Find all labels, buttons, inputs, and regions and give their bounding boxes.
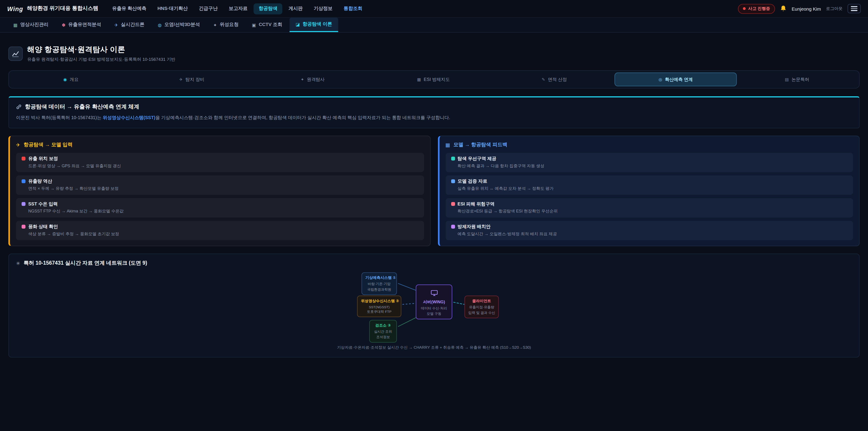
nav-item-board[interactable]: 게시판 bbox=[283, 3, 308, 14]
network-heading-text: 특허 10-1567431 실시간 자료 연계 네트워크 (도면 9) bbox=[24, 260, 147, 267]
node-line: 유출지점·유출량 bbox=[468, 305, 495, 310]
page-subtitle: 유출유 원격탐지·항공감시 기법·ESI 방제정보지도·등록특허 10-1567… bbox=[27, 57, 176, 63]
node-line: 조석정보 bbox=[373, 335, 393, 340]
wing-logo: Wing bbox=[7, 5, 23, 12]
tab-satellite-request[interactable]: ✦ 위성요청 bbox=[207, 18, 245, 32]
pill-overview[interactable]: ◉ 개요 bbox=[11, 72, 131, 86]
app-root: Wing 해양환경 위기대응 통합시스템 유출유 확산예측 HNS·대기확산 긴… bbox=[0, 0, 868, 431]
linkage-text-pre: 이문진 박사 특허(등록특허 10-1567431)는 bbox=[16, 115, 103, 120]
bell-icon[interactable] bbox=[780, 5, 786, 12]
pill-prediction-linkage[interactable]: ◎ 확산예측 연계 bbox=[615, 72, 737, 86]
incident-badge-label: 사고 진행중 bbox=[748, 6, 770, 11]
map-icon: ▦ bbox=[445, 142, 450, 148]
tab-aerial-theory[interactable]: ◪ 항공탐색 이론 bbox=[289, 18, 338, 32]
pill-label: 확산예측 연계 bbox=[665, 76, 693, 83]
pin-icon bbox=[22, 157, 26, 161]
page-header: 해양 항공탐색·원격탐사 이론 유출유 원격탐지·항공감시 기법·ESI 방제정… bbox=[8, 45, 860, 62]
nav-item-weather-info[interactable]: 기상정보 bbox=[309, 3, 338, 14]
resources-icon bbox=[451, 225, 455, 229]
chart-icon bbox=[451, 180, 455, 183]
tab-cctv[interactable]: ▣ CCTV 조회 bbox=[246, 18, 288, 32]
hamburger-menu-button[interactable] bbox=[847, 4, 861, 13]
tab-label: CCTV 조회 bbox=[259, 22, 282, 28]
network-caption: 기상자료·수온자료·조석정보 실시간 수신 → CHARRY 조류 + 취송류 … bbox=[16, 345, 852, 350]
node-line: 토호쿠대학 FTP bbox=[361, 310, 398, 315]
tab-realtime-drone[interactable]: ✈ 실시간드론 bbox=[108, 18, 151, 32]
nav-item-rescue[interactable]: 긴급구난 bbox=[194, 3, 223, 14]
node-weather-system: 기상예측시스템 ① 바람·기온·기압 국립환경과학원 bbox=[362, 273, 397, 295]
tab-pollution-3d[interactable]: ◍ 오염/선박3D분석 bbox=[152, 18, 206, 32]
pill-area-calculation[interactable]: ✎ 면적 산정 bbox=[494, 72, 615, 86]
main-nav: 유출유 확산예측 HNS·대기확산 긴급구난 보고자료 항공탐색 게시판 기상정… bbox=[107, 3, 367, 14]
pill-detection-equipment[interactable]: ✈ 탐지 장비 bbox=[131, 72, 252, 86]
item-desc: 확산 예측 결과 → 다음 항차 집중구역 자동 생성 bbox=[458, 163, 847, 169]
analysis-icon: ✽ bbox=[62, 22, 65, 27]
linkage-cards: ✈ 항공탐색 → 모델 입력 유출 위치 보정 드론·위성 영상 → GPS 좌… bbox=[8, 136, 860, 247]
node-line: SST(NGSST) bbox=[361, 305, 398, 309]
list-item: SST 수온 입력 NGSST FTP 수신 → Akima 보간 → 풍화모델… bbox=[16, 198, 424, 218]
item-desc: 색상 분류 → 증발비 추정 → 풍화모델 초기값 보정 bbox=[28, 232, 418, 237]
nav-item-reports[interactable]: 보고자료 bbox=[224, 3, 252, 14]
nav-item-aerial-search[interactable]: 항공탐색 bbox=[254, 3, 282, 14]
list-item: 방제자원 배치안 예측 도달시간 → 오일펜스·방제정 최적 배치 좌표 제공 bbox=[445, 221, 853, 241]
item-title: 풍화 상태 확인 bbox=[28, 224, 58, 230]
sst-system-link[interactable]: 위성영상수신시스템(SST) bbox=[103, 115, 155, 120]
plane-icon: ✈ bbox=[179, 77, 183, 82]
document-icon: ▤ bbox=[785, 77, 789, 82]
logout-button[interactable]: 로그아웃 bbox=[826, 6, 842, 11]
node-line: 모델 구동 bbox=[420, 312, 448, 317]
ship-3d-icon: ◍ bbox=[158, 22, 162, 27]
node-title: 기상예측시스템 ① bbox=[365, 275, 393, 281]
list-item: 모델 검증 자료 실측 유출유 위치 ↔ 예측값 오차 분석 → 정확도 평가 bbox=[445, 176, 853, 195]
item-desc: 실측 유출유 위치 ↔ 예측값 오차 분석 → 정확도 평가 bbox=[458, 186, 847, 192]
node-line: 바람·기온·기압 bbox=[365, 282, 393, 286]
feedback-card-title: ▦ 모델 → 항공탐색 피드백 bbox=[445, 141, 853, 149]
list-item: 유출 위치 보정 드론·위성 영상 → GPS 좌표 → 모델 유출지점 갱신 bbox=[16, 153, 424, 173]
link-icon: ◎ bbox=[658, 77, 662, 82]
aerial-to-model-card: ✈ 항공탐색 → 모델 입력 유출 위치 보정 드론·위성 영상 → GPS 좌… bbox=[8, 136, 430, 247]
nav-item-diffusion[interactable]: 유출유 확산예측 bbox=[107, 3, 151, 14]
network-heading: ✳ 특허 10-1567431 실시간 자료 연계 네트워크 (도면 9) bbox=[16, 260, 852, 267]
list-item: 풍화 상태 확인 색상 분류 → 증발비 추정 → 풍화모델 초기값 보정 bbox=[16, 221, 424, 241]
chart-icon: ◪ bbox=[296, 22, 300, 27]
node-title: 위성영상수신시스템 ② bbox=[361, 299, 398, 304]
network-web-icon: ✳ bbox=[16, 260, 20, 266]
tab-image-management[interactable]: ▦ 영상사진관리 bbox=[7, 18, 55, 32]
pill-label: 면적 산정 bbox=[548, 76, 567, 83]
tab-oil-area-analysis[interactable]: ✽ 유출유면적분석 bbox=[56, 18, 107, 32]
theory-chart-icon bbox=[8, 47, 23, 61]
input-card-title-text: 항공탐색 → 모델 입력 bbox=[24, 141, 72, 149]
app-title: 해양환경 위기대응 통합시스템 bbox=[27, 5, 98, 12]
tabbar: ▦ 영상사진관리 ✽ 유출유면적분석 ✈ 실시간드론 ◍ 오염/선박3D분석 ✦… bbox=[0, 18, 868, 33]
tab-label: 오염/선박3D분석 bbox=[164, 22, 200, 28]
item-title: 탐색 우선구역 제공 bbox=[458, 156, 496, 162]
input-card-title: ✈ 항공탐색 → 모델 입력 bbox=[16, 141, 424, 149]
incident-status-badge[interactable]: 사고 진행중 bbox=[738, 4, 775, 13]
user-name: Eunjeong Kim bbox=[792, 6, 821, 11]
incident-dot-icon bbox=[743, 7, 746, 10]
plane-icon: ✈ bbox=[16, 142, 20, 148]
node-line: 데이터 수신·처리 bbox=[420, 306, 448, 311]
tab-label: 위성요청 bbox=[220, 22, 239, 28]
satellite-icon: ✦ bbox=[213, 22, 217, 27]
pill-remote-sensing[interactable]: ✦ 원격탐사 bbox=[252, 72, 373, 86]
item-desc: NGSST FTP 수신 → Akima 보간 → 풍화모델 수온값 bbox=[28, 209, 418, 214]
item-title: 모델 검증 자료 bbox=[458, 178, 487, 184]
chain-link-icon bbox=[16, 104, 22, 110]
nav-item-integrated-search[interactable]: 통합조회 bbox=[339, 3, 367, 14]
nav-item-hns[interactable]: HNS·대기확산 bbox=[153, 3, 193, 14]
list-item: 탐색 우선구역 제공 확산 예측 결과 → 다음 항차 집중구역 자동 생성 bbox=[445, 153, 853, 173]
image-grid-icon: ▦ bbox=[13, 22, 18, 27]
pill-esi-map[interactable]: ▦ ESI 방제지도 bbox=[373, 72, 494, 86]
node-line: 실시간 조위 bbox=[373, 329, 393, 334]
node-line: 입력 및 결과 수신 bbox=[468, 311, 495, 316]
drone-icon: ✈ bbox=[114, 22, 118, 27]
item-title: SST 수온 입력 bbox=[28, 201, 58, 207]
pill-label: 개요 bbox=[70, 76, 79, 83]
volume-icon bbox=[22, 180, 26, 183]
item-title: 방제자원 배치안 bbox=[458, 224, 491, 230]
pill-papers-patents[interactable]: ▤ 논문특허 bbox=[737, 72, 858, 86]
model-to-aerial-card: ▦ 모델 → 항공탐색 피드백 탐색 우선구역 제공 확산 예측 결과 → 다음… bbox=[438, 136, 860, 247]
page-title: 해양 항공탐색·원격탐사 이론 bbox=[27, 45, 176, 55]
tab-label: 실시간드론 bbox=[121, 22, 145, 28]
